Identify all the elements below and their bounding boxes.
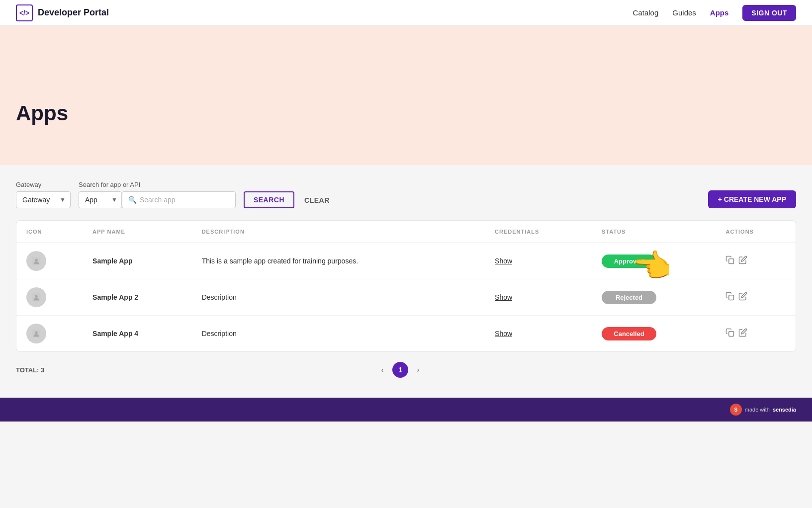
cell-icon-2 — [16, 316, 83, 352]
navbar: </> Developer Portal Catalog Guides Apps… — [0, 0, 812, 26]
cell-credentials-0: Show — [485, 243, 592, 279]
app-icon-0 — [26, 251, 46, 271]
apps-table: ICON APP NAME DESCRIPTION CREDENTIALS ST… — [16, 221, 796, 351]
svg-point-7 — [35, 331, 38, 334]
nav-catalog[interactable]: Catalog — [633, 8, 659, 17]
col-icon: ICON — [16, 221, 83, 243]
show-credentials-link-2[interactable]: Show — [495, 330, 512, 338]
copy-icon-0[interactable] — [725, 255, 734, 267]
signout-button[interactable]: SIGN OUT — [742, 5, 796, 21]
cell-icon-1 — [16, 279, 83, 316]
search-type-label: Search for app or API — [79, 181, 236, 188]
show-credentials-link-0[interactable]: Show — [495, 257, 512, 265]
table-row: Sample App 2 Description Show Rejected — [16, 279, 796, 316]
type-chevron-icon: ▼ — [111, 196, 121, 203]
prev-page-button[interactable]: ‹ — [374, 362, 390, 378]
cell-actions-0 — [716, 243, 796, 279]
col-credentials: CREDENTIALS — [485, 221, 592, 243]
col-app-name[interactable]: APP NAME — [83, 221, 192, 243]
cell-description-0: This is a sample app created for trainin… — [192, 243, 485, 279]
action-icons-1 — [725, 292, 786, 303]
cell-credentials-1: Show — [485, 279, 592, 316]
col-status: STATUS — [592, 221, 716, 243]
action-icons-0 — [725, 255, 786, 267]
status-badge-1: Rejected — [602, 291, 656, 304]
brand-logo[interactable]: </> Developer Portal — [16, 4, 109, 21]
nav-guides[interactable]: Guides — [672, 8, 696, 17]
gateway-filter-group: Gateway Gateway ▼ — [16, 181, 71, 208]
cell-status-1: Rejected — [592, 279, 716, 316]
search-input-wrapper: 🔍 — [122, 191, 236, 208]
gateway-select-wrapper: Gateway ▼ — [16, 191, 71, 208]
svg-rect-5 — [729, 295, 734, 300]
footer-logo-icon: S — [730, 404, 742, 416]
cell-status-0: Approved — [592, 243, 716, 279]
search-type-select[interactable]: App — [79, 192, 111, 208]
search-filter-group: Search for app or API App ▼ 🔍 — [79, 181, 236, 208]
cell-description-2: Description — [192, 316, 485, 352]
filter-bar: Gateway Gateway ▼ Search for app or API … — [16, 181, 796, 208]
cell-icon-0 — [16, 243, 83, 279]
brand-name: Developer Portal — [38, 7, 109, 18]
svg-point-1 — [35, 258, 38, 261]
gateway-label: Gateway — [16, 181, 71, 188]
table-row: Sample App This is a sample app created … — [16, 243, 796, 279]
search-icon: 🔍 — [128, 196, 137, 204]
clear-button[interactable]: CLEAR — [302, 192, 332, 208]
table-footer: TOTAL: 3 ‹ 1 › — [16, 352, 796, 378]
table-row: Sample App 4 Description Show Cancelled — [16, 316, 796, 352]
type-select-wrapper: App ▼ — [79, 191, 122, 208]
footer-brand: S made with sensedia — [730, 404, 796, 416]
footer-brand-name: sensedia — [773, 407, 796, 413]
page-title: Apps — [16, 101, 68, 125]
search-input[interactable] — [140, 192, 229, 208]
cell-description-1: Description — [192, 279, 485, 316]
app-icon-1 — [26, 287, 46, 307]
search-button[interactable]: SEARCH — [244, 191, 294, 208]
col-description: DESCRIPTION — [192, 221, 485, 243]
footer: S made with sensedia — [0, 398, 812, 422]
pagination: ‹ 1 › — [44, 362, 756, 378]
cell-actions-1 — [716, 279, 796, 316]
cell-actions-2 — [716, 316, 796, 352]
cell-app-name-0: Sample App — [83, 243, 192, 279]
gateway-select[interactable]: Gateway — [16, 191, 71, 208]
apps-table-container: ICON APP NAME DESCRIPTION CREDENTIALS ST… — [16, 220, 796, 352]
app-icon-2 — [26, 324, 46, 343]
edit-icon-2[interactable] — [738, 328, 747, 339]
cell-credentials-2: Show — [485, 316, 592, 352]
next-page-button[interactable]: › — [410, 362, 426, 378]
action-icons-2 — [725, 328, 786, 339]
hero-section: Apps — [0, 26, 812, 165]
page-1-button[interactable]: 1 — [392, 362, 408, 378]
svg-rect-8 — [729, 331, 734, 336]
cell-app-name-1: Sample App 2 — [83, 279, 192, 316]
status-badge-2: Cancelled — [602, 327, 656, 340]
copy-icon-2[interactable] — [725, 328, 734, 339]
create-new-app-button[interactable]: + CREATE NEW APP — [708, 190, 796, 208]
footer-made-with: made with — [745, 407, 770, 413]
cell-status-2: Cancelled — [592, 316, 716, 352]
show-credentials-link-1[interactable]: Show — [495, 293, 512, 301]
svg-point-4 — [35, 295, 38, 298]
table-body: Sample App This is a sample app created … — [16, 243, 796, 352]
cell-app-name-2: Sample App 4 — [83, 316, 192, 352]
table-header: ICON APP NAME DESCRIPTION CREDENTIALS ST… — [16, 221, 796, 243]
nav-apps[interactable]: Apps — [710, 8, 729, 17]
total-count: TOTAL: 3 — [16, 366, 44, 374]
edit-icon-0[interactable] — [738, 255, 747, 267]
copy-icon-1[interactable] — [725, 292, 734, 303]
svg-rect-2 — [729, 258, 734, 263]
brand-icon: </> — [16, 4, 33, 21]
col-actions: ACTIONS — [716, 221, 796, 243]
nav-links: Catalog Guides Apps SIGN OUT — [633, 5, 796, 21]
edit-icon-1[interactable] — [738, 292, 747, 303]
status-badge-0: Approved — [602, 254, 656, 268]
main-content: Gateway Gateway ▼ Search for app or API … — [0, 165, 812, 398]
